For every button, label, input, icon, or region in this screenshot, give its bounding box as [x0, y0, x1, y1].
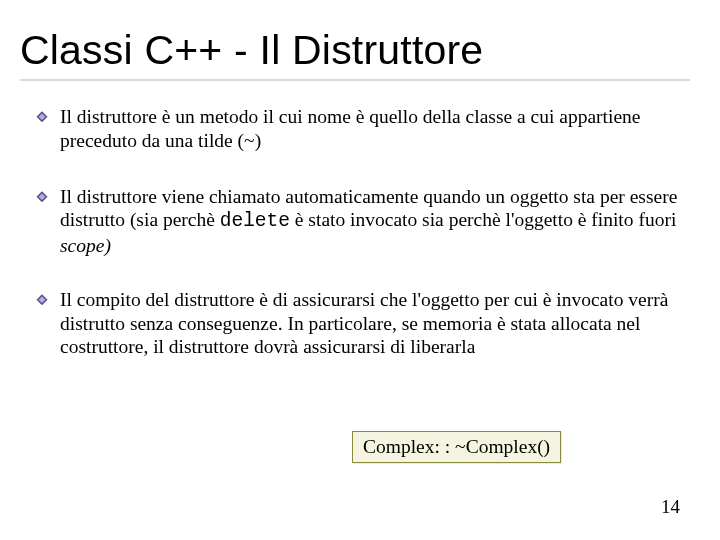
list-item-text: Il distruttore viene chiamato automatica…	[60, 185, 690, 258]
list-item-text: Il distruttore è un metodo il cui nome è…	[60, 105, 690, 155]
list-item: Il compito del distruttore è di assicura…	[62, 288, 690, 361]
diamond-bullet-icon	[36, 293, 48, 305]
destructor-signature-box: Complex: : ~Complex()	[352, 431, 561, 463]
list-item: Il distruttore è un metodo il cui nome è…	[62, 105, 690, 155]
list-item: Il distruttore viene chiamato automatica…	[62, 185, 690, 258]
page-number: 14	[661, 496, 680, 518]
list-item-text: Il compito del distruttore è di assicura…	[60, 288, 690, 361]
diamond-bullet-icon	[36, 110, 48, 122]
slide-body: Il distruttore è un metodo il cui nome è…	[0, 81, 720, 361]
diamond-bullet-icon	[36, 190, 48, 202]
slide-title: Classi C++ - Il Distruttore	[0, 0, 720, 74]
